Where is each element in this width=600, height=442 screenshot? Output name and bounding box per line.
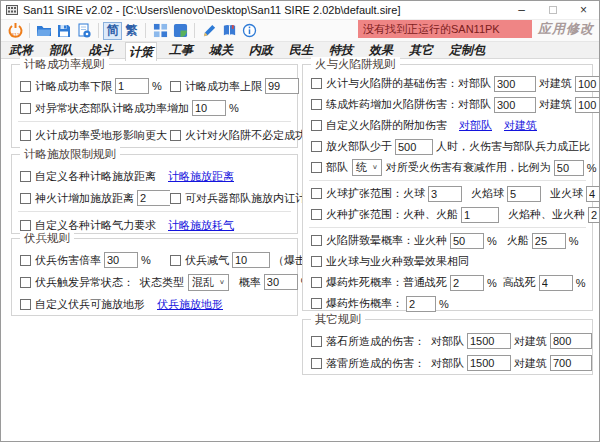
fire-cast-range-checkbox[interactable] xyxy=(20,193,31,204)
tab-internal-affairs[interactable]: 内政 xyxy=(241,42,281,58)
hellball-same-stun-checkbox[interactable] xyxy=(311,256,322,267)
tab-troops[interactable]: 部队 xyxy=(41,42,81,58)
rockfall-troop-input[interactable] xyxy=(467,333,511,349)
fireseed-range-checkbox[interactable] xyxy=(311,209,322,220)
weapon-discord-checkbox[interactable] xyxy=(170,193,181,204)
custom-trap-damage-checkbox[interactable] xyxy=(311,120,322,131)
rockfall-damage-label: 落石所造成的伤害： xyxy=(326,334,425,349)
custom-cast-range-checkbox[interactable] xyxy=(20,171,31,182)
success-lower-input[interactable] xyxy=(115,78,149,94)
fire-terrain-checkbox[interactable] xyxy=(20,130,31,141)
close-button[interactable]: × xyxy=(568,1,599,19)
tab-battle[interactable]: 战斗 xyxy=(81,42,121,58)
normal-kill-input[interactable] xyxy=(450,275,484,291)
minimize-button[interactable]: – xyxy=(506,1,537,19)
ambush-terrain-checkbox[interactable] xyxy=(20,299,31,310)
success-lower-checkbox[interactable] xyxy=(20,81,31,92)
fire-trap-uncertain-label: 火计对火陷阱不必定成功 xyxy=(185,128,306,143)
ambush-terrain-link[interactable]: 伏兵施放地形 xyxy=(157,297,223,312)
trap-damage-building-link[interactable]: 对建筑 xyxy=(504,118,537,133)
ambush-energy-checkbox[interactable] xyxy=(170,255,181,266)
maximize-button[interactable] xyxy=(537,1,568,19)
cast-range-link[interactable]: 计略施放距离 xyxy=(168,169,234,184)
fire-base-damage-checkbox[interactable] xyxy=(311,78,322,89)
rule-row: 落石所造成的伤害： 对部队 对建筑 xyxy=(303,330,592,352)
trap-damage-troop-link[interactable]: 对部队 xyxy=(459,118,492,133)
modules-button[interactable] xyxy=(170,22,190,40)
status-type-value: 混乱 xyxy=(192,275,214,290)
explosive-bonus-checkbox[interactable] xyxy=(311,99,322,110)
trap-stun-checkbox[interactable] xyxy=(311,235,322,246)
edit-button[interactable] xyxy=(199,22,219,40)
tab-effects[interactable]: 效果 xyxy=(361,42,401,58)
explosive-building-input[interactable] xyxy=(575,97,600,113)
fire-trap-uncertain-checkbox[interactable] xyxy=(170,130,181,141)
toolbar-separator xyxy=(29,23,30,38)
ambush-damage-checkbox[interactable] xyxy=(20,255,31,266)
save-file-button[interactable] xyxy=(54,22,74,40)
explosive-troop-input[interactable] xyxy=(494,97,536,113)
hellfireball-label: 业火球 xyxy=(550,186,583,201)
simplified-chinese-button[interactable]: 简 xyxy=(103,22,122,40)
ambush-status-checkbox[interactable] xyxy=(20,277,31,288)
explosive-kill-checkbox[interactable] xyxy=(311,277,322,288)
ambush-damage-input[interactable] xyxy=(104,252,138,268)
fire-cast-range-input[interactable] xyxy=(137,190,170,206)
custom-energy-checkbox[interactable] xyxy=(20,220,31,231)
fireship-stun-input[interactable] xyxy=(532,233,566,249)
flameball-input[interactable] xyxy=(507,186,541,202)
traditional-chinese-button[interactable]: 繁 xyxy=(122,22,141,40)
tab-custom-pack[interactable]: 定制包 xyxy=(441,42,493,58)
fire-base-building-input[interactable] xyxy=(575,76,600,92)
rockfall-building-input[interactable] xyxy=(550,333,592,349)
file-settings-button[interactable] xyxy=(74,22,94,40)
help-button[interactable] xyxy=(219,22,239,40)
fireball-input[interactable] xyxy=(428,186,462,202)
fire-cast-range-label: 神火计增加施放距离 xyxy=(35,191,134,206)
probability-input[interactable] xyxy=(264,274,298,290)
fire-base-troop-input[interactable] xyxy=(494,76,536,92)
fire-resist-checkbox[interactable] xyxy=(311,162,322,173)
grid-view-button[interactable] xyxy=(150,22,170,40)
fireseed-input[interactable] xyxy=(461,207,499,223)
success-upper-input[interactable] xyxy=(265,78,299,94)
ambush-energy-input[interactable] xyxy=(232,252,270,268)
abnormal-bonus-checkbox[interactable] xyxy=(20,103,31,114)
energy-cost-link[interactable]: 计略施放耗气 xyxy=(168,218,234,233)
tab-construction[interactable]: 工事 xyxy=(161,42,201,58)
success-upper-checkbox[interactable] xyxy=(170,81,181,92)
small-unit-fire-checkbox[interactable] xyxy=(311,141,322,152)
abnormal-bonus-input[interactable] xyxy=(192,100,226,116)
lightning-damage-checkbox[interactable] xyxy=(311,358,322,369)
rule-row: 对异常状态部队计略成功率增加 % xyxy=(12,97,297,119)
fireball-range-checkbox[interactable] xyxy=(311,188,322,199)
percent-label: % xyxy=(576,277,586,289)
tab-livelihood[interactable]: 民生 xyxy=(281,42,321,58)
hellfireball-input[interactable] xyxy=(586,186,600,202)
open-file-button[interactable] xyxy=(34,22,54,40)
small-unit-threshold-input[interactable] xyxy=(395,139,433,155)
fire-resist-ratio-input[interactable] xyxy=(554,160,584,176)
explosive-injure-input[interactable] xyxy=(406,296,436,312)
explosive-injure-checkbox[interactable] xyxy=(311,298,322,309)
app-logo-icon[interactable]: 311 xyxy=(5,22,25,40)
fire-resist-stat-select[interactable]: 统 ∨ xyxy=(352,159,382,176)
apply-changes-button[interactable]: 应用修改 xyxy=(535,19,597,38)
lightning-building-input[interactable] xyxy=(550,355,592,371)
rule-row: 练成炸药增加火陷阱伤害： 对部队 对建筑 xyxy=(303,94,592,115)
group-stratagem-success-rate: 计略成功率规则 计略成功率下限 % 计略成功率上限 % 对异常状态部队计略成功率… xyxy=(11,64,298,148)
tab-skills[interactable]: 特技 xyxy=(321,42,361,58)
fire-terrain-label: 火计成功率受地形影响更大 xyxy=(35,128,167,143)
tab-generals[interactable]: 武将 xyxy=(1,42,41,58)
status-type-select[interactable]: 混乱 ∨ xyxy=(188,274,229,291)
tab-stratagem[interactable]: 计策 xyxy=(125,42,157,61)
high-kill-input[interactable] xyxy=(539,275,573,291)
hellseed-stun-input[interactable] xyxy=(450,233,484,249)
rockfall-damage-checkbox[interactable] xyxy=(311,336,322,347)
about-button[interactable] xyxy=(239,22,259,40)
flameseed-input[interactable] xyxy=(588,207,600,223)
app-window: San11 SIRE v2.02 - [C:\Users\lenovo\Desk… xyxy=(0,0,600,442)
tab-city[interactable]: 城关 xyxy=(201,42,241,58)
lightning-troop-input[interactable] xyxy=(467,355,511,371)
tab-others[interactable]: 其它 xyxy=(401,42,441,58)
